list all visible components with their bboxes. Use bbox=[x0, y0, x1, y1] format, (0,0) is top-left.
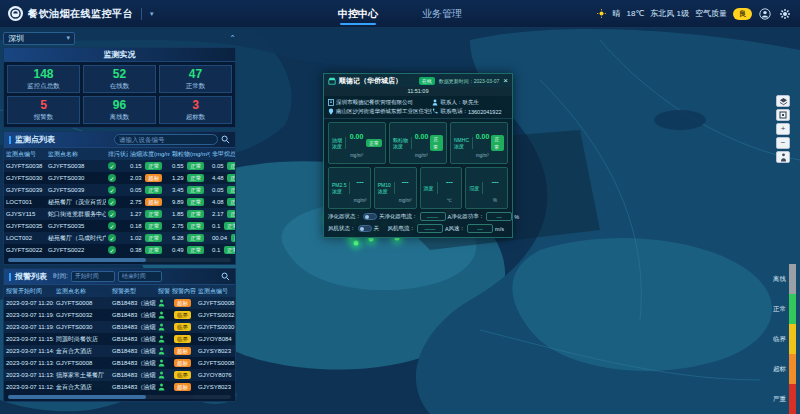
toggle-label: 净化器状态： bbox=[328, 213, 361, 220]
alarm-table-row[interactable]: 2023-03-07 11:12:50.0 金百合大酒店 GB18483（油烟浓… bbox=[4, 381, 235, 393]
nav-tab-control-center[interactable]: 中控中心 bbox=[338, 0, 378, 28]
monitor-table-row[interactable]: LOCT001 秘苑餐厅（茂业百货店） ✓ 2.75 超标 9.89 正常 4.… bbox=[4, 196, 235, 208]
alarm-table-row[interactable]: 2023-03-07 11:20:20.0 GJYFTS0008 GB18483… bbox=[4, 297, 235, 309]
measure-value: 0.00 bbox=[350, 133, 364, 140]
monitor-table-body: GJYFTS0038 GJYFTS0038 ✓ 0.15 正常 0.55 正常 … bbox=[4, 160, 235, 256]
map-zoom-out-icon[interactable]: − bbox=[776, 137, 790, 149]
alarm-table-row[interactable]: 2023-03-07 11:15:15.0 同源时尚餐饮店 GB18483（油烟… bbox=[4, 333, 235, 345]
popup-title: 顺德记（华侨城店） bbox=[339, 76, 402, 86]
monitor-table-row[interactable]: GJYFTS0022 GJYFTS0022 ✓ 0.38 正常 0.49 正常 … bbox=[4, 244, 235, 256]
oil-status-badge: 正常 bbox=[145, 186, 162, 194]
column-header: 排污状态 bbox=[106, 150, 128, 159]
alarm-end-time-input[interactable]: 结束时间 bbox=[118, 271, 162, 282]
map-extent-icon[interactable] bbox=[776, 109, 790, 121]
alarm-hscroll-thumb[interactable] bbox=[8, 395, 146, 399]
map-zoom-in-icon[interactable]: + bbox=[776, 123, 790, 135]
oil-status-badge: 正常 bbox=[145, 162, 162, 170]
measure-row-1: 油烟浓度 0.00 mg/m³ 正常 颗粒物浓度 0.00 mg/m³ 正常 N… bbox=[324, 119, 512, 164]
alarm-table-row[interactable]: 2023-03-07 11:19:48.0 GJYFTS0032 GB18483… bbox=[4, 309, 235, 321]
title-dropdown-caret-icon[interactable]: ▾ bbox=[150, 10, 154, 18]
alarm-confirm-icon[interactable] bbox=[158, 335, 165, 343]
measure-unit: mg/m³ bbox=[399, 198, 412, 203]
measure-card-PM2.5: PM2.5浓度 --- mg/m³ bbox=[328, 167, 371, 209]
alarm-confirm-icon[interactable] bbox=[158, 347, 165, 355]
alarm-start-time-input[interactable]: 开始时间 bbox=[71, 271, 115, 282]
alarm-confirm-icon[interactable] bbox=[158, 311, 165, 319]
status-toggle[interactable] bbox=[363, 213, 377, 220]
point-name: GJYFTS0039 bbox=[46, 187, 106, 193]
stat-label: 监控点总数 bbox=[27, 82, 60, 91]
header-right: 晴 18℃ 东北风 1级 空气质量 良 bbox=[597, 7, 792, 21]
point-id: GJYFTS0022 bbox=[4, 247, 46, 253]
region-select[interactable]: 深圳 ▾ bbox=[3, 32, 75, 45]
monitor-point-dot-green[interactable] bbox=[354, 241, 359, 246]
oil-status-badge: 正常 bbox=[145, 210, 162, 218]
value-label: 风机电流： bbox=[387, 225, 415, 232]
settings-gear-icon[interactable] bbox=[778, 7, 792, 21]
address-item: 南山区沙河街道华侨城东部工业区住宅综合楼A、B栋 bbox=[328, 108, 432, 115]
nmhc-value: 4.08 正常 bbox=[210, 198, 235, 206]
map-street-view-icon[interactable] bbox=[776, 151, 790, 163]
device-status-row: 风机状态： 关 风机电流： ------ A 风速： --- m/s bbox=[324, 221, 512, 237]
monitor-point-popup: 顺德记（华侨城店） 在线 数据更新时间：2023-03-07 × 11:51:0… bbox=[323, 73, 513, 238]
monitor-list-title: 监测点列表 bbox=[15, 134, 55, 145]
alarm-table-row[interactable]: 2023-03-07 11:13:58.0 GJYFTS0008 GB18483… bbox=[4, 357, 235, 369]
title-accent bbox=[9, 273, 11, 281]
status-toggle[interactable] bbox=[358, 225, 372, 232]
contact-name: 耿先生 bbox=[462, 99, 479, 106]
pm-status-badge: 正常 bbox=[187, 198, 204, 206]
alarm-point-id: GJYFTS0008 bbox=[196, 300, 235, 306]
popup-info: 深圳市顺德记餐饮管理有限公司 联系人： 耿先生 南山区沙河街道华侨城东部工业区住… bbox=[324, 96, 512, 119]
legend-item-严重: 严重 bbox=[764, 384, 796, 414]
alarm-confirm-icon[interactable] bbox=[158, 359, 165, 367]
nav-tab-business[interactable]: 业务管理 bbox=[422, 0, 462, 28]
monitor-table-row[interactable]: GJYFTS0038 GJYFTS0038 ✓ 0.15 正常 0.55 正常 … bbox=[4, 160, 235, 172]
alarm-table-row[interactable]: 2023-03-07 11:14:49.0 金百合大酒店 GB18483（油烟浓… bbox=[4, 345, 235, 357]
monitor-list-panel: 监测点列表 监测点编号监测点名称排污状态油烟浓度(mg/m³)颗粒物(mg/m³… bbox=[3, 131, 236, 265]
monitor-search-icon[interactable] bbox=[221, 135, 230, 144]
map-controls: +− bbox=[776, 95, 790, 163]
nmhc-status-badge: 正常 bbox=[227, 174, 235, 182]
oil-status-badge: 正常 bbox=[145, 222, 162, 230]
data-update-label: 数据更新时间：2023-03-07 bbox=[439, 78, 500, 84]
pm-status-badge: 正常 bbox=[187, 210, 204, 218]
panel-collapse-chevron-icon[interactable]: ⌃ bbox=[229, 34, 236, 43]
point-name: 蛇口街道党群服务中心 bbox=[46, 210, 106, 219]
alarm-table-row[interactable]: 2023-03-07 11:19:40.0 GJYFTS0030 GB18483… bbox=[4, 321, 235, 333]
device-search-input[interactable] bbox=[119, 136, 213, 143]
monitor-table-row[interactable]: GJYFTS0035 GJYFTS0035 ✓ 0.18 正常 2.75 正常 … bbox=[4, 220, 235, 232]
alarm-time: 2023-03-07 11:15:15.0 bbox=[4, 336, 54, 342]
measure-status-badge: 正常 bbox=[366, 139, 382, 147]
alarm-hscrollbar bbox=[8, 395, 231, 399]
monitor-table-row[interactable]: GJYFTS0039 GJYFTS0039 ✓ 0.05 正常 3.45 正常 … bbox=[4, 184, 235, 196]
map-layers-icon[interactable] bbox=[776, 95, 790, 107]
person-icon bbox=[432, 99, 438, 106]
alarm-confirm-icon[interactable] bbox=[158, 323, 165, 331]
header-divider bbox=[141, 8, 142, 20]
alarm-list-title: 报警列表 bbox=[15, 271, 47, 282]
alarm-type: GB18483（油烟浓度超标） bbox=[110, 323, 156, 332]
building-icon bbox=[328, 99, 334, 106]
alarm-table-row[interactable]: 2023-03-07 11:13:42.0 德厚家常土菜餐厅 GB18483（油… bbox=[4, 369, 235, 381]
toggle-group: 风机状态： 关 bbox=[328, 225, 387, 232]
monitor-table-row[interactable]: GJYFTS0030 GJYFTS0030 ✓ 2.03 超标 1.29 正常 … bbox=[4, 172, 235, 184]
company-name: 深圳市顺德记餐饮管理有限公司 bbox=[336, 99, 413, 106]
stats-panel-title: 监测实况 bbox=[9, 49, 230, 60]
monitor-table-row[interactable]: LOCT002 秘苑餐厅（马成时代广场店） ✓ 1.02 正常 6.28 正常 … bbox=[4, 232, 235, 244]
alarm-confirm-icon[interactable] bbox=[158, 299, 165, 307]
stat-value: 3 bbox=[192, 99, 199, 112]
popup-close-icon[interactable]: × bbox=[503, 77, 508, 85]
phone-number: 13602041922 bbox=[468, 109, 502, 115]
user-icon[interactable] bbox=[758, 7, 772, 21]
point-name: GJYFTS0030 bbox=[46, 175, 106, 181]
monitor-hscroll-thumb[interactable] bbox=[8, 258, 146, 262]
monitor-table-row[interactable]: GJYSY115 蛇口街道党群服务中心 ✓ 1.27 正常 1.85 正常 2.… bbox=[4, 208, 235, 220]
alarm-content-badge: 临界 bbox=[174, 335, 191, 343]
alarm-search-icon[interactable] bbox=[221, 272, 230, 281]
measure-label: PM10浓度 bbox=[378, 182, 391, 194]
alarm-type: GB18483（油烟浓度超标） bbox=[110, 383, 156, 392]
nmhc-value: 4.48 正常 bbox=[210, 174, 235, 182]
alarm-confirm-icon[interactable] bbox=[158, 371, 165, 379]
alarm-confirm-icon[interactable] bbox=[158, 383, 165, 391]
phone-label: 联系电话： bbox=[440, 108, 468, 115]
